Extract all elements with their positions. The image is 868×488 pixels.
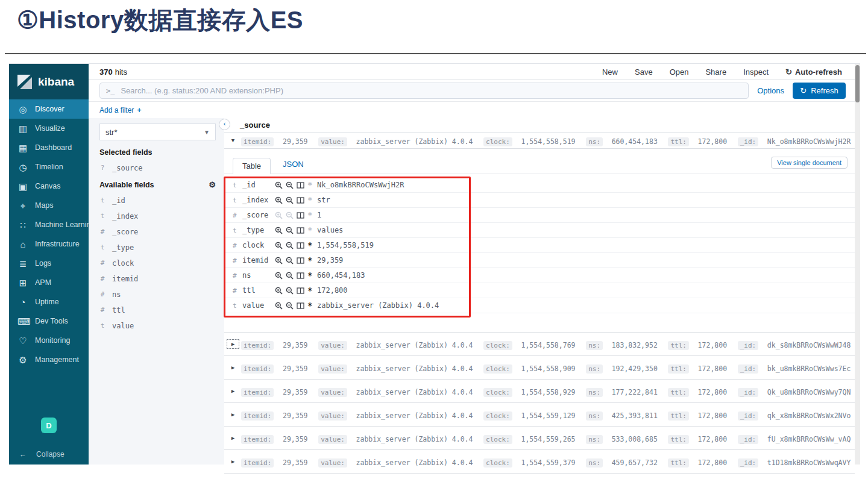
toggle-column-icon[interactable]	[297, 196, 304, 204]
detail-field-value: zabbix_server (Zabbix) 4.0.4	[317, 301, 439, 310]
field-itemid[interactable]: # itemid	[99, 275, 216, 283]
filter-out-value-icon[interactable]	[286, 211, 294, 219]
filter-out-value-icon[interactable]	[286, 242, 294, 249]
sidebar-item-dashboard[interactable]: ▦ Dashboard	[9, 138, 89, 157]
filter-exists-icon[interactable]: *	[307, 257, 312, 264]
filter-for-value-icon[interactable]	[275, 272, 283, 280]
terminal-prompt-icon: >_	[106, 87, 115, 95]
filter-for-value-icon[interactable]	[275, 257, 283, 264]
field-index[interactable]: t _index	[99, 212, 216, 221]
field-value: bk_u8mkBRRoCWsWws7Ec	[767, 364, 851, 373]
field-ns[interactable]: # ns	[99, 290, 216, 299]
add-filter-button[interactable]: Add a filter	[99, 106, 134, 114]
filter-for-value-icon[interactable]	[275, 302, 283, 310]
field-value-pair: ttl: 172,800	[668, 135, 732, 146]
filter-out-value-icon[interactable]	[286, 272, 294, 280]
tab-json[interactable]: JSON	[283, 160, 304, 174]
top-menu: New Save Open Share Inspect ↻ Auto-refre…	[602, 67, 842, 77]
share-button[interactable]: Share	[705, 67, 726, 77]
filter-out-value-icon[interactable]	[286, 287, 294, 295]
sidebar-item-management[interactable]: ⚙ Management	[9, 350, 89, 369]
filter-out-value-icon[interactable]	[286, 181, 294, 189]
sidebar-item-machine-learning[interactable]: ∷ Machine Learning	[9, 215, 89, 234]
filter-out-value-icon[interactable]	[286, 302, 294, 310]
toggle-column-icon[interactable]	[297, 302, 304, 310]
sidebar-item-canvas[interactable]: ▣ Canvas	[9, 177, 89, 196]
search-input[interactable]: >_ Search... (e.g. status:200 AND extens…	[99, 83, 749, 99]
doc-row: ▶ itemid: 29,359 value: zabbix_server (Z…	[224, 403, 855, 427]
filter-for-value-icon[interactable]	[275, 227, 283, 234]
index-pattern-value: str*	[105, 128, 118, 137]
field-id[interactable]: t _id	[99, 196, 216, 205]
field-settings-gear-icon[interactable]: ⚙	[209, 180, 216, 189]
expand-doc-icon[interactable]: ▶	[228, 411, 237, 418]
toggle-column-icon[interactable]	[297, 272, 304, 280]
sidebar-item-discover[interactable]: ◎ Discover	[9, 99, 89, 119]
filter-out-value-icon[interactable]	[286, 227, 294, 234]
vertical-scrollbar[interactable]	[855, 64, 860, 465]
toggle-column-icon[interactable]	[297, 287, 304, 295]
inspect-button[interactable]: Inspect	[743, 67, 769, 77]
filter-exists-icon[interactable]: *	[307, 287, 312, 295]
new-button[interactable]: New	[602, 67, 618, 77]
field-label-pill: value:	[318, 388, 347, 397]
options-link[interactable]: Options	[757, 86, 784, 95]
filter-exists-icon[interactable]: *	[307, 227, 312, 234]
expand-doc-icon[interactable]: ▶	[228, 341, 237, 347]
sidebar-item-infrastructure[interactable]: ⌂ Infrastructure	[9, 234, 89, 254]
field-type-icon: #	[99, 275, 105, 283]
plus-icon[interactable]: +	[137, 106, 141, 114]
filter-exists-icon[interactable]: *	[307, 196, 312, 204]
sidebar-item-logs[interactable]: ≣ Logs	[9, 254, 89, 273]
sidebar-item-visualize[interactable]: ▥ Visualize	[9, 119, 89, 138]
space-badge[interactable]: D	[41, 418, 57, 433]
filter-for-value-icon[interactable]	[275, 211, 283, 219]
field-type-icon: t	[233, 196, 242, 204]
field-clock[interactable]: # clock	[99, 259, 216, 267]
toggle-column-icon[interactable]	[297, 257, 304, 264]
detail-field-value: 660,454,183	[317, 271, 365, 280]
filter-exists-icon[interactable]: *	[307, 242, 312, 249]
toggle-column-icon[interactable]	[297, 227, 304, 234]
expand-doc-icon[interactable]: ▶	[228, 364, 237, 371]
expand-doc-icon[interactable]: ▶	[228, 435, 237, 441]
toggle-column-icon[interactable]	[297, 242, 304, 249]
expand-doc-icon[interactable]: ▶	[228, 388, 237, 394]
scrollbar-thumb[interactable]	[855, 65, 860, 102]
index-pattern-select[interactable]: str* ▼	[99, 124, 216, 140]
filter-exists-icon[interactable]: *	[307, 302, 312, 310]
expand-doc-icon[interactable]: ▶	[228, 458, 237, 465]
filter-for-value-icon[interactable]	[275, 287, 283, 295]
toggle-column-icon[interactable]	[297, 181, 304, 189]
save-button[interactable]: Save	[635, 67, 653, 77]
view-single-document-button[interactable]: View single document	[771, 157, 848, 169]
sidebar-item-timelion[interactable]: ◷ Timelion	[9, 157, 89, 177]
expand-doc-icon[interactable]: ▼	[228, 137, 237, 143]
field-value[interactable]: t value	[99, 322, 216, 330]
sidebar-item-apm[interactable]: ⊞ APM	[9, 273, 89, 292]
auto-refresh-button[interactable]: ↻ Auto-refresh	[785, 67, 842, 77]
filter-for-value-icon[interactable]	[275, 181, 283, 189]
filter-exists-icon[interactable]: *	[307, 272, 312, 280]
refresh-button[interactable]: ↻ Refresh	[793, 83, 846, 99]
open-button[interactable]: Open	[670, 67, 689, 77]
filter-for-value-icon[interactable]	[275, 196, 283, 204]
sidebar-item-monitoring[interactable]: ♡ Monitoring	[9, 331, 89, 350]
filter-exists-icon[interactable]: *	[307, 211, 312, 219]
filter-out-value-icon[interactable]	[286, 196, 294, 204]
collapse-fields-panel-icon[interactable]: ‹	[219, 119, 230, 130]
field-source[interactable]: ? _source	[99, 164, 216, 172]
sidebar-collapse-button[interactable]: ← Collapse	[9, 450, 99, 458]
toggle-column-icon[interactable]	[297, 211, 304, 219]
filter-for-value-icon[interactable]	[275, 242, 283, 249]
filter-exists-icon[interactable]: *	[307, 181, 312, 189]
filter-out-value-icon[interactable]	[286, 257, 294, 264]
field-ttl[interactable]: # ttl	[99, 306, 216, 314]
detail-field-name: ttl	[242, 286, 275, 295]
field-type[interactable]: t _type	[99, 243, 216, 252]
field-score[interactable]: # _score	[99, 228, 216, 236]
sidebar-item-maps[interactable]: ⌖ Maps	[9, 196, 89, 215]
sidebar-item-uptime[interactable]: ◔ Uptime	[9, 292, 89, 311]
tab-table[interactable]: Table	[233, 158, 271, 174]
sidebar-item-dev-tools[interactable]: ⌨ Dev Tools	[9, 311, 89, 331]
